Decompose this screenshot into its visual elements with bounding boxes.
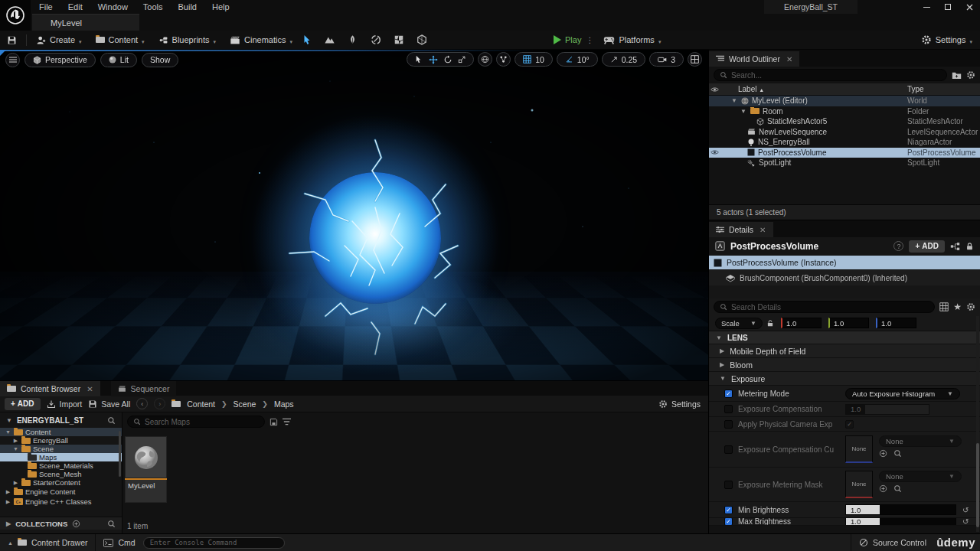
save-button[interactable] <box>0 31 24 50</box>
checkbox-unchecked[interactable] <box>724 445 733 454</box>
maximize-button[interactable] <box>937 0 959 14</box>
create-button[interactable]: Create▾ <box>29 31 89 50</box>
lens-category[interactable]: ▼LENS <box>709 331 980 344</box>
menu-build[interactable]: Build <box>172 1 204 13</box>
level-tab[interactable]: MyLevel <box>32 14 139 31</box>
exposure-section[interactable]: ▼Exposure <box>709 372 980 386</box>
reset-to-default-icon[interactable]: ↺ <box>962 506 969 514</box>
add-collection-icon[interactable] <box>72 520 80 528</box>
platforms-button[interactable]: Platforms▾ <box>596 31 668 50</box>
breadcrumb-scene[interactable]: Scene <box>234 399 256 409</box>
close-tab-icon[interactable]: ✕ <box>87 385 93 393</box>
foliage-mode-icon[interactable] <box>346 34 359 47</box>
menu-tools[interactable]: Tools <box>136 1 170 13</box>
rotate-tool-icon[interactable] <box>441 53 454 66</box>
search-icon[interactable] <box>107 416 116 425</box>
fracture-mode-icon[interactable] <box>392 34 405 47</box>
outliner-row[interactable]: ▼ MyLevel (Editor) World <box>709 96 980 106</box>
tree-item-engine-cpp[interactable]: ▶C+Engine C++ Classes <box>0 497 122 507</box>
bloom-section[interactable]: ▶Bloom <box>709 358 980 372</box>
scale-x-input[interactable]: 1.0 <box>781 318 822 328</box>
content-browser-tab[interactable]: Content Browser✕ <box>0 381 100 396</box>
max-brightness-value[interactable]: 1.0 <box>846 518 880 526</box>
outliner-row[interactable]: NewLevelSequence LevelSequenceActor <box>709 127 980 138</box>
camera-speed-button[interactable]: 3 <box>649 52 684 67</box>
component-row-selected[interactable]: PostProcessVolume (Instance) <box>709 256 980 269</box>
select-mode-icon[interactable] <box>300 34 313 47</box>
checkbox-checked[interactable]: ✓ <box>724 506 733 514</box>
checkbox-checked[interactable]: ✓ <box>724 390 733 398</box>
viewport-layout-button[interactable] <box>688 52 702 67</box>
settings-button[interactable]: Settings▾ <box>921 34 972 45</box>
reset-to-default-icon[interactable]: ↺ <box>962 518 969 526</box>
surface-snapping-button[interactable] <box>496 52 511 67</box>
outliner-settings-icon[interactable] <box>966 70 975 80</box>
content-drawer-button[interactable]: ▲ Content Drawer <box>0 534 95 551</box>
view-mode-button[interactable]: Lit <box>100 53 137 67</box>
checkbox-unchecked[interactable] <box>724 481 733 489</box>
outliner-search-input[interactable] <box>731 71 941 80</box>
favorites-star-icon[interactable]: ★ <box>953 302 962 312</box>
asset-search-input[interactable] <box>145 418 259 426</box>
curve-asset-thumbnail[interactable]: None <box>845 435 873 463</box>
tree-item-content[interactable]: ▼Content <box>0 428 122 436</box>
scale-y-input[interactable]: 1.0 <box>828 318 869 328</box>
filter-icon[interactable] <box>283 418 291 425</box>
tree-item-scene-materials[interactable]: Scene_Materials <box>0 461 122 470</box>
checkbox-checked[interactable]: ✓ <box>724 518 733 526</box>
cb-settings-button[interactable]: Settings <box>658 399 701 409</box>
world-space-button[interactable] <box>478 52 492 67</box>
play-options-icon[interactable]: ⋮ <box>586 36 593 44</box>
select-tool-icon[interactable] <box>412 53 425 66</box>
viewport-options-button[interactable] <box>5 53 20 67</box>
grid-snap-button[interactable]: 10 <box>514 52 553 67</box>
cinematics-button[interactable]: Cinematics▾ <box>223 31 299 50</box>
checkbox-disabled-checked[interactable]: ✓ <box>845 420 854 429</box>
cb-add-button[interactable]: +ADD <box>5 398 41 410</box>
outliner-row[interactable]: ▼ Room Folder <box>709 106 980 117</box>
move-tool-icon[interactable] <box>426 53 439 66</box>
scale-z-input[interactable]: 1.0 <box>876 318 916 328</box>
chevron-expanded-icon[interactable]: ▼ <box>740 108 747 115</box>
mobile-dof-section[interactable]: ▶Mobile Depth of Field <box>709 344 980 358</box>
show-flags-button[interactable]: Show <box>142 53 178 67</box>
use-selected-icon[interactable] <box>879 484 887 493</box>
collections-bar[interactable]: ▶ COLLECTIONS <box>0 517 122 530</box>
metering-mode-dropdown[interactable]: Auto Exposure Histogram▼ <box>845 388 960 399</box>
outliner-row[interactable]: SpotLight SpotLight <box>709 158 980 168</box>
breadcrumb-maps[interactable]: Maps <box>274 399 294 409</box>
tree-item-scene-mesh[interactable]: Scene_Mesh <box>0 470 122 478</box>
close-tab-icon[interactable]: ✕ <box>786 55 792 64</box>
new-folder-icon[interactable] <box>952 71 962 80</box>
browse-icon[interactable] <box>893 484 902 493</box>
display-filter-icon[interactable] <box>939 302 949 311</box>
info-icon[interactable]: ? <box>893 241 903 251</box>
details-scrollbar[interactable] <box>976 316 979 532</box>
details-tab[interactable]: Details✕ <box>709 222 773 237</box>
eye-icon[interactable] <box>709 149 720 155</box>
outliner-row[interactable]: StaticMeshActor5 StaticMeshActor <box>709 116 980 127</box>
asset-mylevel[interactable]: MyLevel <box>125 436 167 503</box>
lock-scale-icon[interactable] <box>766 319 774 328</box>
checkbox-unchecked[interactable] <box>724 420 733 429</box>
browse-icon[interactable] <box>893 449 902 458</box>
tree-item-maps-selected[interactable]: Maps <box>0 453 122 461</box>
perspective-button[interactable]: Perspective <box>24 53 96 67</box>
details-settings-icon[interactable] <box>966 302 975 311</box>
world-outliner-tab[interactable]: World Outliner✕ <box>709 51 799 67</box>
console-command-input[interactable] <box>143 537 285 549</box>
menu-edit[interactable]: Edit <box>61 1 90 13</box>
level-viewport[interactable]: Perspective Lit Show 10 10 <box>0 50 708 380</box>
tree-item-scene[interactable]: ▼Scene <box>0 445 122 453</box>
exposure-compensation-value[interactable]: 1.0 <box>846 405 865 414</box>
outliner-row-selected[interactable]: PostProcessVolume PostProcessVolume <box>709 148 980 158</box>
mask-asset-thumbnail[interactable]: None <box>845 471 873 498</box>
paint-mode-icon[interactable] <box>369 34 382 47</box>
source-header[interactable]: ▼ ENERGYBALL_ST <box>0 412 122 428</box>
sequencer-tab[interactable]: Sequencer <box>111 381 177 396</box>
forward-arrow-icon[interactable]: › <box>154 398 165 409</box>
back-arrow-icon[interactable]: ‹ <box>136 398 148 409</box>
menu-help[interactable]: Help <box>205 1 237 13</box>
lock-icon[interactable] <box>965 242 974 251</box>
landscape-mode-icon[interactable] <box>323 34 336 47</box>
